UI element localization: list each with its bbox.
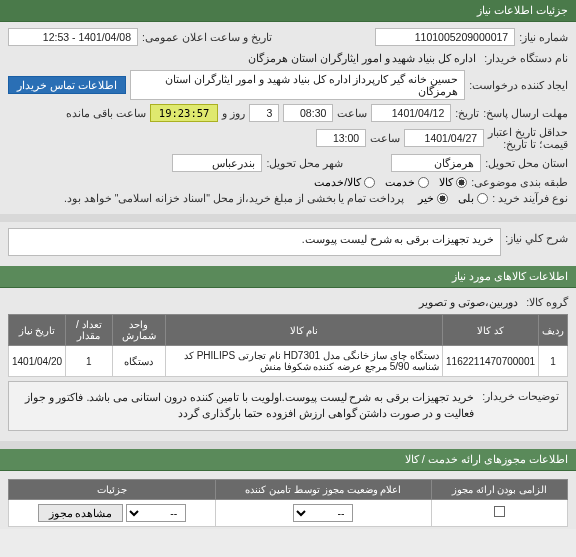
col-unit: واحد شمارش: [112, 315, 166, 346]
pcol-status: اعلام وضعیت مجوز توسط تامین کننده: [215, 479, 431, 499]
city-value: بندرعباس: [172, 154, 262, 172]
cell-name: دستگاه چای ساز خانگی مدل HD7301 نام تجار…: [166, 346, 443, 377]
buyer-notes-box: توضیحات خریدار: خرید تجهیزات برقی به شرح…: [8, 381, 568, 431]
cell-date: 1401/04/20: [9, 346, 66, 377]
cell-code: 1162211470700001: [443, 346, 539, 377]
items-header: اطلاعات کالاهای مورد نیاز: [0, 266, 576, 288]
pcell-status: --: [215, 499, 431, 526]
deadline-until-label: تاریخ:: [455, 107, 479, 119]
table-row: 1 1162211470700001 دستگاه چای ساز خانگی …: [9, 346, 568, 377]
panel-title: جزئیات اطلاعات نیاز: [477, 4, 568, 16]
view-permit-button[interactable]: مشاهده مجوز: [38, 504, 124, 522]
buy-type-label: نوع فرآیند خرید :: [492, 192, 568, 204]
cat-opt-khedmat[interactable]: خدمت: [385, 176, 429, 188]
group-label: گروه کالا:: [526, 296, 568, 308]
col-name: نام کالا: [166, 315, 443, 346]
cat-opt-kala[interactable]: کالا: [439, 176, 467, 188]
notes-label: توضیحات خریدار:: [482, 388, 559, 402]
req-no-value: 1101005209000017: [375, 28, 515, 46]
pcol-mandatory: الزامی بودن ارائه مجوز: [432, 479, 568, 499]
cell-unit: دستگاه: [112, 346, 166, 377]
items-panel: گروه کالا: دوربین،صوتی و تصویر رديف کد ک…: [0, 288, 576, 441]
category-radio-group: کالا خدمت کالا/خدمت: [314, 176, 467, 188]
pcell-mandatory: [432, 499, 568, 526]
req-no-label: شماره نیاز:: [519, 31, 568, 43]
permits-header-title: اطلاعات مجوزهای ارائه خدمت / کالا: [405, 453, 568, 465]
validity-label: حداقل تاریخ اعتبار: [488, 126, 568, 138]
col-date: تاریخ نیاز: [9, 315, 66, 346]
desc-panel: شرح کلي نياز: خرید تجهیزات برقی به شرح ل…: [0, 222, 576, 266]
radio-icon: [418, 177, 429, 188]
permits-table: الزامی بودن ارائه مجوز اعلام وضعیت مجوز …: [8, 479, 568, 527]
province-value: هرمزگان: [391, 154, 481, 172]
col-code: کد کالا: [443, 315, 539, 346]
validity-time: 13:00: [316, 129, 366, 147]
radio-icon: [437, 193, 448, 204]
pub-date-value: 1401/04/08 - 12:53: [8, 28, 138, 46]
buy-type-radio-group: بلی خیر: [418, 192, 488, 204]
pcol-details: جزئیات: [9, 479, 216, 499]
desc-title-value: خرید تجهیزات برقی به شرح لیست پیوست.: [8, 228, 501, 256]
status-select[interactable]: --: [293, 504, 353, 522]
col-qty: تعداد / مقدار: [66, 315, 112, 346]
desc-title-label: شرح کلي نياز:: [505, 228, 568, 244]
group-value: دوربین،صوتی و تصویر: [415, 294, 522, 310]
buyer-value: اداره کل بنیاد شهید و امور ایثارگران است…: [244, 50, 480, 66]
validity-date: 1401/04/27: [404, 129, 484, 147]
items-table: رديف کد کالا نام کالا واحد شمارش تعداد /…: [8, 314, 568, 377]
days-remaining: 3: [249, 104, 279, 122]
buyer-label: نام دستگاه خریدار:: [484, 52, 568, 64]
radio-icon: [364, 177, 375, 188]
info-panel: شماره نیاز: 1101005209000017 تاریخ و ساع…: [0, 22, 576, 214]
deadline-label: مهلت ارسال پاسخ:: [483, 107, 568, 119]
days-label: روز و: [222, 107, 245, 119]
deadline-date: 1401/04/12: [371, 104, 451, 122]
requester-value: حسین خانه گیر کارپرداز اداره کل بنیاد شه…: [130, 70, 465, 100]
details-select[interactable]: --: [126, 504, 186, 522]
panel-header: جزئیات اطلاعات نیاز: [0, 0, 576, 22]
pcell-details: -- مشاهده مجوز: [9, 499, 216, 526]
permits-panel: الزامی بودن ارائه مجوز اعلام وضعیت مجوز …: [0, 471, 576, 529]
city-label: شهر محل تحویل:: [266, 157, 343, 169]
cell-qty: 1: [66, 346, 112, 377]
cell-row: 1: [539, 346, 568, 377]
category-label: طبقه بندی موضوعی:: [471, 176, 568, 188]
cat-opt-both[interactable]: کالا/خدمت: [314, 176, 375, 188]
province-label: استان محل تحویل:: [485, 157, 568, 169]
requester-label: ایجاد کننده درخواست:: [469, 79, 568, 91]
radio-icon: [456, 177, 467, 188]
pub-date-label: تاریخ و ساعت اعلان عمومی:: [142, 31, 272, 43]
radio-icon: [477, 193, 488, 204]
validity-time-label: ساعت: [370, 132, 400, 144]
countdown-timer: 19:23:57: [150, 104, 219, 122]
col-row: رديف: [539, 315, 568, 346]
contact-buyer-button[interactable]: اطلاعات تماس خریدار: [8, 76, 126, 94]
items-header-title: اطلاعات کالاهای مورد نیاز: [452, 270, 568, 282]
table-row: -- -- مشاهده مجوز: [9, 499, 568, 526]
checkbox-icon[interactable]: [494, 506, 505, 517]
deadline-time-label: ساعت: [337, 107, 367, 119]
deadline-time: 08:30: [283, 104, 333, 122]
buy-type-note: پرداخت تمام یا بخشی از مبلغ خرید،از محل …: [64, 192, 404, 204]
validity-label2: قیمت؛ تا تاریخ:: [488, 138, 568, 150]
notes-text: خرید تجهیزات برقی به شرح لیست پیوست.اولو…: [17, 388, 478, 424]
buytype-no[interactable]: خیر: [418, 192, 448, 204]
remain-label: ساعت باقی مانده: [66, 107, 146, 119]
permits-header: اطلاعات مجوزهای ارائه خدمت / کالا: [0, 449, 576, 471]
buytype-yes[interactable]: بلی: [458, 192, 488, 204]
